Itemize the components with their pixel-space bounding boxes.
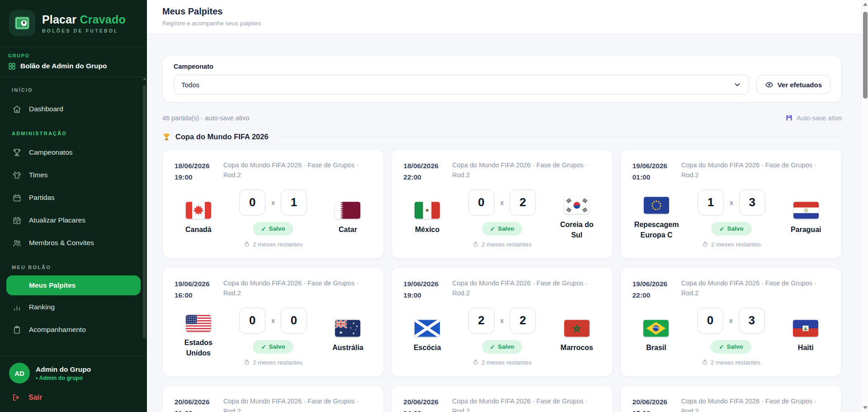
match-card: 20/06/202617:00 Copa do Mundo FIFA 2026 … xyxy=(620,385,842,412)
sidebar-scrollbar-thumb[interactable] xyxy=(143,85,146,338)
away-team-name: Coreia do Sul xyxy=(555,220,599,240)
away-team-name: Austrália xyxy=(332,343,363,353)
nav-section-label: INÍCIO xyxy=(6,80,141,97)
sidebar-item-label: Campeonatos xyxy=(29,148,73,156)
away-team: Coreia do Sul xyxy=(553,197,601,240)
flag-brazil xyxy=(643,320,669,337)
match-datetime: 18/06/202619:00 xyxy=(175,161,217,183)
view-submitted-button[interactable]: Ver efetuados xyxy=(756,75,830,94)
sidebar-item-membros-convites[interactable]: Membros & Convites xyxy=(6,232,141,254)
saved-badge: ✓Salvo xyxy=(482,222,522,236)
home-score-input[interactable] xyxy=(697,308,723,334)
clipboard-icon xyxy=(12,325,22,335)
home-score-input[interactable] xyxy=(468,189,495,216)
group-name[interactable]: Bolão de Admin do Grupo xyxy=(8,62,139,70)
sidebar-item-dashboard[interactable]: Dashboard xyxy=(6,98,141,120)
user-name: Admin do Grupo xyxy=(36,365,91,374)
stopwatch-icon xyxy=(702,359,708,365)
match-card: 18/06/202619:00 Copa do Mundo FIFA 2026 … xyxy=(162,149,384,259)
sidebar-item-label: Ranking xyxy=(29,303,55,311)
avatar: AD xyxy=(9,363,30,384)
main-area: Meus Palpites Registre e acompanhe seus … xyxy=(147,0,868,412)
away-team: Austrália xyxy=(324,320,372,353)
match-card: 20/06/202601:00 Copa do Mundo FIFA 2026 … xyxy=(162,385,384,412)
check-icon: ✓ xyxy=(490,225,495,232)
flag-paraguay xyxy=(793,202,819,219)
chart-icon-wrap xyxy=(12,302,22,312)
home-score-input[interactable] xyxy=(239,308,265,334)
match-datetime: 20/06/202617:00 xyxy=(632,397,675,412)
scrollbar-thumb[interactable] xyxy=(863,12,868,99)
scrollbar-up-arrow[interactable] xyxy=(863,3,868,6)
chevron-down-icon xyxy=(733,81,741,89)
flag-south-korea xyxy=(564,197,590,214)
home-team-name: Estados Unidos xyxy=(176,338,221,358)
shirt-icon xyxy=(12,170,22,180)
away-team: Paraguai xyxy=(782,202,830,235)
away-team: Marrocos xyxy=(553,320,601,353)
flag-scotland xyxy=(415,320,440,337)
check-icon: ✓ xyxy=(719,225,724,232)
nav-section: INÍCIO Dashboard xyxy=(6,80,141,120)
match-competition: Copa do Mundo FIFA 2026 · Fase de Grupos… xyxy=(681,161,830,183)
away-score-input[interactable] xyxy=(509,308,536,334)
score-separator: x xyxy=(500,317,504,324)
check-icon: ✓ xyxy=(261,343,266,350)
scrollbar-down-arrow[interactable] xyxy=(863,406,868,409)
sidebar-item-ranking[interactable]: Ranking xyxy=(6,296,141,318)
group-block: GRUPO Bolão de Admin do Grupo xyxy=(0,47,147,77)
sidebar-item-acompanhamento[interactable]: Acompanhamento xyxy=(6,319,141,341)
match-competition: Copa do Mundo FIFA 2026 · Fase de Grupos… xyxy=(681,397,830,412)
away-score-input[interactable] xyxy=(281,189,307,216)
sidebar-scrollbar-up-arrow[interactable] xyxy=(143,78,146,80)
user-role-badge: • Admin do grupo xyxy=(36,375,91,381)
match-competition: Copa do Mundo FIFA 2026 · Fase de Grupos… xyxy=(223,279,372,301)
nav-section: MEU BOLÃO Meus Palpites Ranking Acompanh… xyxy=(6,255,141,341)
home-team: Canadá xyxy=(175,202,222,235)
sidebar-item-campeonatos[interactable]: Campeonatos xyxy=(6,142,141,163)
home-team-name: México xyxy=(415,225,439,235)
clipboard-icon-wrap xyxy=(12,325,22,335)
flag-australia xyxy=(335,320,360,337)
user-block: AD Admin do Grupo • Admin do grupo xyxy=(0,355,147,385)
home-team: Repescagem Europa C xyxy=(632,197,681,240)
sidebar-scrollbar[interactable] xyxy=(142,78,146,412)
logout-button[interactable]: Sair xyxy=(0,385,147,412)
sidebar-item-atualizar-placares[interactable]: Atualizar Placares xyxy=(6,209,141,231)
away-team: Catar xyxy=(324,202,372,235)
match-card: 19/06/202619:00 Copa do Mundo FIFA 2026 … xyxy=(391,267,613,377)
match-competition: Copa do Mundo FIFA 2026 · Fase de Grupos… xyxy=(681,279,830,301)
score-separator: x xyxy=(271,199,275,206)
away-team-name: Paraguai xyxy=(791,225,821,235)
sidebar-item-partidas[interactable]: Partidas xyxy=(6,187,141,208)
match-competition: Copa do Mundo FIFA 2026 · Fase de Grupos… xyxy=(452,397,600,412)
away-score-input[interactable] xyxy=(739,308,765,334)
match-datetime: 19/06/202601:00 xyxy=(632,161,675,183)
score-separator: x xyxy=(729,317,733,324)
away-score-input[interactable] xyxy=(739,189,765,216)
flag-qatar xyxy=(335,202,360,219)
match-card: 19/06/202601:00 Copa do Mundo FIFA 2026 … xyxy=(620,149,842,259)
countdown: 2 meses restantes xyxy=(472,241,531,248)
home-score-input[interactable] xyxy=(239,189,265,216)
home-score-input[interactable] xyxy=(698,189,724,216)
main-scrollbar[interactable] xyxy=(861,0,868,412)
home-team-name: Escócia xyxy=(414,343,441,353)
view-submitted-label: Ver efetuados xyxy=(778,81,822,89)
away-team-name: Marrocos xyxy=(561,343,593,353)
nav-section-label: ADMINISTRAÇÃO xyxy=(6,121,141,141)
away-score-input[interactable] xyxy=(281,308,307,334)
countdown: 2 meses restantes xyxy=(244,359,302,366)
app-title-accent: Cravado xyxy=(80,13,125,26)
championship-select[interactable]: Todos xyxy=(174,75,749,95)
sidebar-nav: INÍCIO Dashboard ADMINISTRAÇÃO Campeonat… xyxy=(0,77,147,355)
sidebar-item-times[interactable]: Times xyxy=(6,164,141,186)
calendar-icon-wrap xyxy=(12,193,22,203)
stopwatch-icon xyxy=(702,241,708,247)
away-score-input[interactable] xyxy=(509,189,536,216)
home-score-input[interactable] xyxy=(468,308,495,334)
sidebar-item-meus-palpites[interactable]: Meus Palpites xyxy=(6,275,141,295)
app-logo: Placar Cravado BOLÕES DE FUTEBOL xyxy=(0,0,147,47)
home-icon-wrap xyxy=(12,104,22,114)
app-title-primary: Placar xyxy=(42,13,76,26)
